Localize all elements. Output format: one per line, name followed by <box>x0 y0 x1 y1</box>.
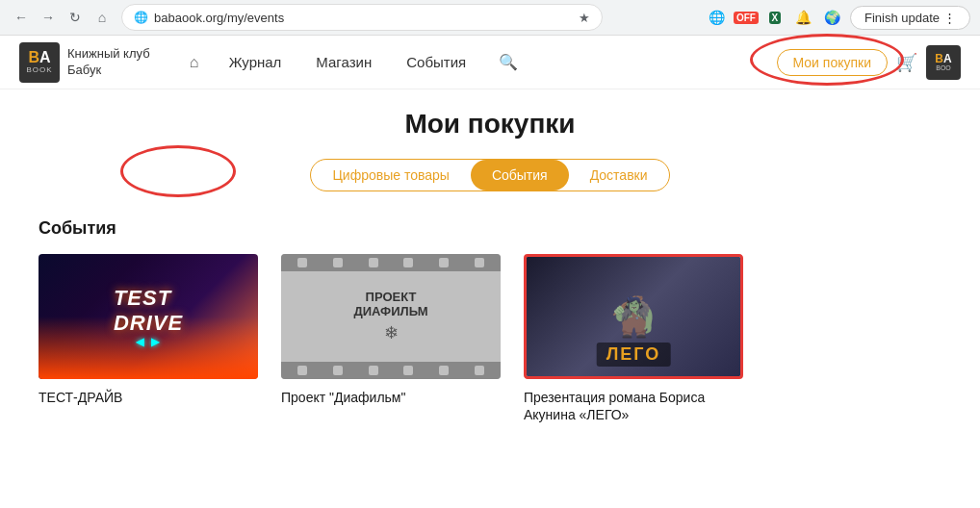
ext-off-icon[interactable]: OFF <box>735 6 758 29</box>
back-button[interactable]: ← <box>10 6 33 29</box>
event-title-testdrive: ТЕСТ-ДРАЙВ <box>39 389 258 406</box>
avatar-ba: BA <box>935 53 951 64</box>
site-header: BA BOOK Книжный клубБабук ⌂ Журнал Магаз… <box>0 36 980 89</box>
finish-update-label: Finish update <box>864 11 940 25</box>
thumb-testdrive: TESTDRIVE ◀ ▶ <box>39 254 258 379</box>
event-title-lego: Презентация романа Бориса Акунина «ЛЕГО» <box>524 389 743 423</box>
tab-events[interactable]: События <box>471 160 569 190</box>
film-hole <box>333 258 343 267</box>
event-card-diafilm[interactable]: ПРОЕКТДИАФИЛЬМ ❄ Проект "Диафильм" <box>281 254 501 423</box>
tabs-container: Цифровые товары События Доставки <box>39 159 941 191</box>
moi-pokupki-label: Мои покупки <box>793 55 872 70</box>
nav-journal[interactable]: Журнал <box>214 48 297 76</box>
tab-deliveries[interactable]: Доставки <box>569 160 669 190</box>
finish-update-button[interactable]: Finish update ⋮ <box>850 6 970 30</box>
home-nav-button[interactable]: ⌂ <box>90 6 114 29</box>
browser-chrome: ← → ↻ ⌂ 🌐 babaook.org/my/events ★ 🌐 OFF … <box>0 0 980 36</box>
lego-figure-icon: 🧌 <box>609 294 658 340</box>
film-hole <box>475 366 484 375</box>
site-nav: ⌂ Журнал Магазин События 🔍 <box>179 47 769 78</box>
browser-actions: 🌐 OFF X 🔔 🌍 Finish update ⋮ <box>706 6 970 30</box>
events-grid: TESTDRIVE ◀ ▶ ТЕСТ-ДРАЙВ <box>39 254 941 423</box>
thumb-diafilm: ПРОЕКТДИАФИЛЬМ ❄ <box>281 254 501 379</box>
tab-events-label: События <box>492 167 548 183</box>
security-icon: 🌐 <box>134 11 148 24</box>
film-hole <box>333 366 343 375</box>
search-icon[interactable]: 🔍 <box>493 47 524 78</box>
logo-ba: BA <box>28 50 50 65</box>
forward-button[interactable]: → <box>37 6 60 29</box>
event-thumbnail-testdrive: TESTDRIVE ◀ ▶ <box>39 254 258 379</box>
diafilm-title: ПРОЕКТДИАФИЛЬМ <box>353 290 427 318</box>
reload-button[interactable]: ↻ <box>64 6 87 29</box>
url-text: babaook.org/my/events <box>154 11 573 25</box>
event-card-lego[interactable]: 🧌 ЛЕГО Презентация романа Бориса Акунина… <box>524 254 743 423</box>
home-icon[interactable]: ⌂ <box>179 47 210 78</box>
film-hole <box>297 366 307 375</box>
events-tab-circle-annotation <box>120 145 236 197</box>
translate-icon[interactable]: 🌐 <box>706 6 729 29</box>
lego-overlay: ЛЕГО <box>597 343 671 367</box>
tabs-wrapper: Цифровые товары События Доставки <box>310 159 669 191</box>
tab-digital-label: Цифровые товары <box>332 167 449 183</box>
testdrive-title-text: TESTDRIVE <box>114 286 183 336</box>
logo-box: BA BOOK <box>19 42 60 83</box>
tab-deliveries-label: Доставки <box>590 167 648 183</box>
film-hole <box>369 258 378 267</box>
event-thumbnail-lego: 🧌 ЛЕГО <box>524 254 743 379</box>
event-card-testdrive[interactable]: TESTDRIVE ◀ ▶ ТЕСТ-ДРАЙВ <box>39 254 258 423</box>
ext-bell-icon[interactable]: 🔔 <box>792 6 815 29</box>
section-title: События <box>39 218 941 239</box>
event-title-diafilm: Проект "Диафильм" <box>281 389 501 406</box>
logo-text: Книжный клубБабук <box>67 46 150 79</box>
film-hole <box>475 258 484 267</box>
bookmark-icon[interactable]: ★ <box>579 11 590 25</box>
nav-shop[interactable]: Магазин <box>300 48 387 76</box>
moi-pokupki-button[interactable]: Мои покупки <box>777 49 889 76</box>
avatar-boo: BOO <box>936 64 951 71</box>
diafilm-snowflake-icon: ❄ <box>384 322 399 343</box>
nav-buttons: ← → ↻ ⌂ <box>10 6 114 29</box>
header-right: Мои покупки 🛒 BA BOO <box>769 45 962 80</box>
lego-text: ЛЕГО <box>606 344 661 364</box>
tab-digital-goods[interactable]: Цифровые товары <box>311 160 470 190</box>
menu-dots-icon: ⋮ <box>943 11 956 25</box>
film-content: ПРОЕКТДИАФИЛЬМ ❄ <box>353 271 427 362</box>
film-hole <box>439 258 449 267</box>
film-hole <box>403 258 413 267</box>
logo-book-text: BOOK <box>26 65 52 74</box>
avatar-icon[interactable]: BA BOO <box>926 45 961 80</box>
logo-area[interactable]: BA BOOK Книжный клубБабук <box>19 42 150 83</box>
event-thumbnail-diafilm: ПРОЕКТДИАФИЛЬМ ❄ <box>281 254 501 379</box>
ext-globe-icon[interactable]: 🌍 <box>821 6 844 29</box>
film-strip-top <box>281 254 501 271</box>
film-hole <box>403 366 413 375</box>
thumb-lego: 🧌 ЛЕГО <box>527 257 740 376</box>
film-hole <box>439 366 449 375</box>
address-bar[interactable]: 🌐 babaook.org/my/events ★ <box>121 4 603 31</box>
ext-xlsx-icon[interactable]: X <box>763 6 787 29</box>
page-title: Мои покупки <box>39 109 941 140</box>
site-main: Мои покупки Цифровые товары События Дост… <box>0 89 980 443</box>
film-strip-bottom <box>281 362 501 379</box>
cart-icon[interactable]: 🛒 <box>891 47 922 78</box>
testdrive-sub-text: ◀ ▶ <box>136 336 160 348</box>
film-hole <box>369 366 378 375</box>
nav-events[interactable]: События <box>391 48 481 76</box>
film-hole <box>297 258 307 267</box>
